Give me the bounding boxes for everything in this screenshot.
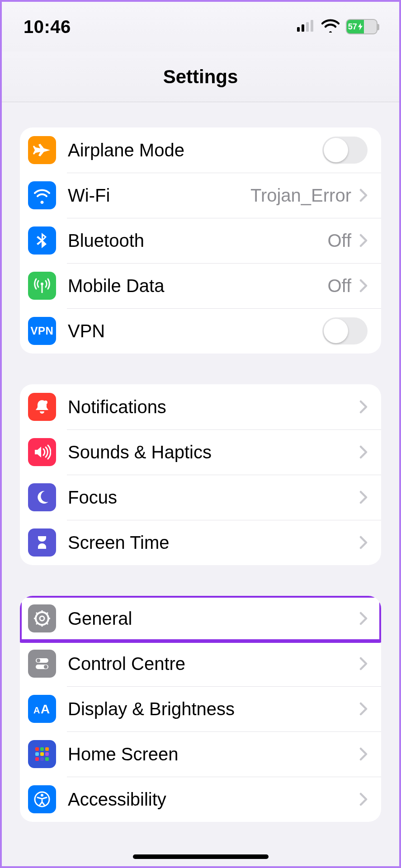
chevron-right-icon [359,793,368,806]
moon-icon [28,483,56,511]
row-display[interactable]: AA Display & Brightness [20,686,381,731]
svg-text:A: A [41,702,50,716]
svg-point-18 [37,659,40,662]
svg-rect-25 [45,747,49,751]
row-accessibility[interactable]: Accessibility [20,777,381,822]
svg-rect-5 [42,285,43,293]
row-label: Home Screen [68,744,359,764]
battery-percentage: 57 [348,22,357,32]
svg-rect-29 [35,757,39,761]
accessibility-icon [28,785,56,813]
navigation-bar: Settings [2,52,399,102]
row-label: Accessibility [68,789,359,810]
row-label: General [68,609,359,629]
row-label: Screen Time [68,533,359,553]
row-label: Display & Brightness [68,699,359,719]
toggles-icon [28,650,56,678]
row-notifications[interactable]: Notifications [20,384,381,429]
row-control-centre[interactable]: Control Centre [20,641,381,686]
cellular-signal-icon [297,20,315,33]
row-sounds[interactable]: Sounds & Haptics [20,429,381,475]
row-focus[interactable]: Focus [20,475,381,520]
row-mobile-data[interactable]: Mobile Data Off [20,263,381,308]
text-size-icon: AA [28,695,56,723]
row-label: Bluetooth [68,231,327,251]
chevron-right-icon [359,234,368,247]
wifi-value: Trojan_Error [250,185,351,206]
row-bluetooth[interactable]: Bluetooth Off [20,218,381,263]
settings-group-connectivity: Airplane Mode Wi-Fi Trojan_Error [20,127,381,354]
row-vpn[interactable]: VPN VPN [20,308,381,354]
row-label: Notifications [68,397,359,417]
row-label: Focus [68,487,359,508]
row-airplane-mode[interactable]: Airplane Mode [20,127,381,173]
svg-text:A: A [33,705,40,715]
svg-point-8 [40,616,44,621]
wifi-settings-icon [28,181,56,209]
status-bar: 10:46 57 [2,2,399,52]
apps-grid-icon [28,740,56,768]
settings-scroll[interactable]: Airplane Mode Wi-Fi Trojan_Error [2,102,399,866]
chevron-right-icon [359,400,368,414]
battery-fill: 57 [347,20,364,33]
row-wifi[interactable]: Wi-Fi Trojan_Error [20,173,381,218]
airplane-icon [28,136,56,164]
svg-rect-24 [40,747,44,751]
row-screen-time[interactable]: Screen Time [20,520,381,565]
chevron-right-icon [359,657,368,670]
phone-frame: 10:46 57 [0,0,401,868]
hourglass-icon [28,528,56,557]
airplane-toggle[interactable] [322,137,368,164]
settings-group-general: General Control Centre AA Display & Brig… [20,596,381,822]
svg-rect-30 [40,757,44,761]
vpn-toggle[interactable] [322,317,368,344]
svg-rect-3 [311,20,313,32]
svg-rect-2 [306,22,309,32]
svg-point-20 [44,665,47,669]
wifi-icon [321,19,340,34]
chevron-right-icon [359,189,368,202]
svg-rect-31 [45,757,49,761]
bluetooth-icon [28,226,56,255]
svg-rect-0 [297,27,300,32]
row-general[interactable]: General [20,596,381,641]
row-label: Airplane Mode [68,140,322,160]
chevron-right-icon [359,612,368,625]
gear-icon [28,604,56,632]
row-label: Wi-Fi [68,185,250,206]
bell-icon [28,393,56,421]
status-indicators: 57 [297,19,377,34]
svg-point-6 [44,401,47,404]
svg-point-33 [41,794,43,797]
bluetooth-value: Off [327,231,351,251]
vpn-icon: VPN [28,317,56,345]
antenna-icon [28,272,56,300]
settings-group-notifications: Notifications Sounds & Haptics [20,384,381,565]
chevron-right-icon [359,445,368,459]
chevron-right-icon [359,279,368,292]
chevron-right-icon [359,536,368,549]
home-indicator[interactable] [133,854,269,859]
row-label: Mobile Data [68,276,327,296]
speaker-icon [28,438,56,466]
svg-rect-27 [40,752,44,756]
row-label: Sounds & Haptics [68,442,359,462]
mobile-data-value: Off [327,276,351,296]
status-time: 10:46 [24,17,71,37]
page-title: Settings [163,66,238,88]
chevron-right-icon [359,747,368,761]
chevron-right-icon [359,491,368,504]
battery-indicator: 57 [346,19,377,34]
row-home-screen[interactable]: Home Screen [20,731,381,777]
svg-rect-26 [35,752,39,756]
chevron-right-icon [359,702,368,716]
row-label: VPN [68,321,322,341]
svg-rect-23 [35,747,39,751]
row-label: Control Centre [68,654,359,674]
svg-rect-28 [45,752,49,756]
svg-rect-1 [302,24,304,32]
